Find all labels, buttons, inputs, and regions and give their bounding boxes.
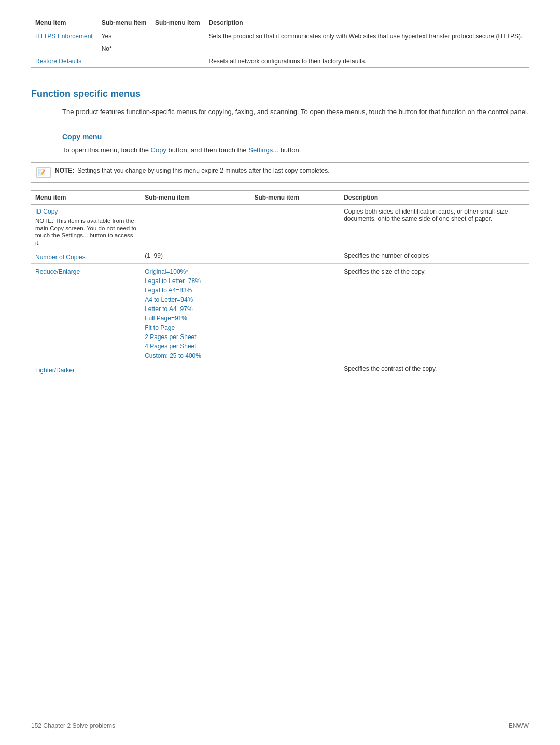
intro-text-1: To open this menu, touch the	[62, 146, 151, 154]
reduce-enlarge-sub-items: Original=100%* Legal to Letter=78% Legal…	[141, 263, 250, 362]
function-section-body: The product features function-specific m…	[62, 107, 529, 117]
table-row: Lighter/Darker Specifies the contrast of…	[31, 362, 529, 378]
table-cell	[97, 55, 151, 68]
top-table-header-desc: Description	[205, 16, 529, 30]
id-copy-note-label: NOTE:	[35, 218, 53, 224]
sub-item: Full Page=91%	[145, 315, 246, 322]
footer: 152 Chapter 2 Solve problems ENWW	[31, 722, 529, 729]
sub-item: 4 Pages per Sheet	[145, 343, 246, 350]
table-cell	[151, 43, 204, 55]
https-enforcement-link[interactable]: HTTPS Enforcement	[35, 33, 93, 40]
table-row: Restore Defaults Resets all network conf…	[31, 55, 529, 68]
table-cell	[31, 43, 97, 55]
sub-item: A4 to Letter=94%	[145, 296, 246, 303]
table-cell	[250, 362, 340, 378]
id-copy-note: NOTE: This item is available from the ma…	[35, 217, 136, 246]
table-cell	[141, 362, 250, 378]
copy-table-header-desc: Description	[340, 190, 529, 204]
sub-item: 2 Pages per Sheet	[145, 333, 246, 341]
table-cell	[250, 204, 340, 249]
copy-menu-title: Copy menu	[62, 133, 529, 141]
sub-item: Original=100%*	[145, 268, 246, 275]
copy-table-header-sub1: Sub-menu item	[141, 190, 250, 204]
sub-item: Letter to A4=97%	[145, 305, 246, 313]
copy-table-header-sub2: Sub-menu item	[250, 190, 340, 204]
id-copy-link[interactable]: ID Copy	[35, 208, 58, 215]
table-row: Reduce/Enlarge Original=100%* Legal to L…	[31, 263, 529, 362]
sub-item: Custom: 25 to 400%	[145, 352, 246, 359]
table-cell	[205, 43, 529, 55]
lighter-darker-description: Specifies the contrast of the copy.	[340, 362, 529, 378]
intro-text-2: button, and then touch the	[166, 146, 248, 154]
sub-item: Legal to Letter=78%	[145, 277, 246, 285]
note-icon: 📝	[36, 167, 51, 178]
table-cell	[151, 30, 204, 43]
footer-left: 152 Chapter 2 Solve problems	[31, 722, 115, 729]
table-row: No*	[31, 43, 529, 55]
table-row: ID Copy NOTE: This item is available fro…	[31, 204, 529, 249]
intro-text-3: button.	[278, 146, 301, 154]
reduce-enlarge-description: Specifies the size of the copy.	[340, 263, 529, 362]
id-copy-note-copy-link[interactable]: Copy	[50, 225, 64, 231]
copy-link-1[interactable]: Copy	[151, 146, 166, 154]
table-cell: Yes	[97, 30, 151, 43]
settings-link[interactable]: Settings...	[248, 146, 278, 154]
top-table-header-sub2: Sub-menu item	[151, 16, 204, 30]
copy-table-header-menu: Menu item	[31, 190, 141, 204]
copy-menu-intro: To open this menu, touch the Copy button…	[62, 146, 529, 154]
note-label: NOTE:	[55, 167, 74, 174]
reduce-enlarge-link[interactable]: Reduce/Enlarge	[35, 268, 80, 275]
svg-text:📝: 📝	[38, 168, 46, 176]
table-row: Number of Copies (1–99) Specifies the nu…	[31, 249, 529, 263]
top-table-header-menu: Menu item	[31, 16, 97, 30]
top-table-header-sub1: Sub-menu item	[97, 16, 151, 30]
function-section-title: Function specific menus	[31, 89, 529, 100]
table-cell: No*	[97, 43, 151, 55]
table-cell	[250, 249, 340, 263]
sub-item: Fit to Page	[145, 324, 246, 331]
table-cell: Resets all network configurations to the…	[205, 55, 529, 68]
lighter-darker-link[interactable]: Lighter/Darker	[35, 367, 75, 374]
table-cell: Sets the product so that it communicates…	[205, 30, 529, 43]
table-cell	[151, 55, 204, 68]
restore-defaults-link[interactable]: Restore Defaults	[35, 58, 81, 65]
note-text: Settings that you change by using this m…	[77, 167, 329, 174]
id-copy-description: Copies both sides of identification card…	[340, 204, 529, 249]
note-box: 📝 NOTE: Settings that you change by usin…	[31, 162, 529, 183]
footer-right: ENWW	[509, 722, 529, 729]
table-cell	[250, 263, 340, 362]
number-copies-description: Specifies the number of copies	[340, 249, 529, 263]
copy-menu-table: Menu item Sub-menu item Sub-menu item De…	[31, 190, 529, 378]
table-row: HTTPS Enforcement Yes Sets the product s…	[31, 30, 529, 43]
table-cell	[141, 204, 250, 249]
table-cell: (1–99)	[141, 249, 250, 263]
top-table: Menu item Sub-menu item Sub-menu item De…	[31, 16, 529, 68]
number-copies-link[interactable]: Number of Copies	[35, 254, 86, 261]
sub-item: Legal to A4=83%	[145, 287, 246, 294]
